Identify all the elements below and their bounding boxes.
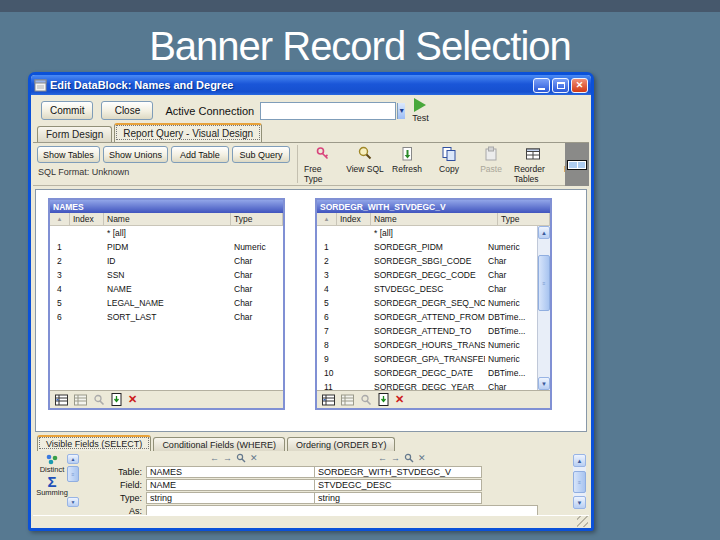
scroll-thumb[interactable]: ≡ <box>538 255 550 311</box>
app-window: Edit DataBlock: Names and Degree ✕ Commi… <box>28 72 594 531</box>
table-row[interactable]: * [all] <box>50 226 283 240</box>
table-row[interactable]: 1 SORDEGR_PIDM Numeric <box>317 240 537 254</box>
table-row[interactable]: 6 SORT_LAST Char <box>50 310 283 324</box>
type-cell-2[interactable]: string <box>314 492 482 504</box>
commit-button[interactable]: Commit <box>41 101 93 120</box>
table-row[interactable]: 2 ID Char <box>50 254 283 268</box>
table-row[interactable]: 5 LEGAL_NAME Char <box>50 296 283 310</box>
show-unions-button[interactable]: Show Unions <box>103 146 168 163</box>
tab-form-design[interactable]: Form Design <box>37 126 112 142</box>
column-header-type[interactable]: Type <box>231 213 283 225</box>
scroll-thumb[interactable]: ≡ <box>67 466 79 482</box>
active-connection-input[interactable] <box>261 103 397 119</box>
type-cell-1[interactable]: string <box>146 492 314 504</box>
refresh-fields-icon[interactable] <box>111 393 122 406</box>
scroll-up-icon[interactable]: ▲ <box>573 454 586 467</box>
table-row[interactable]: 4 STVDEGC_DESC Char <box>317 282 537 296</box>
paste-button[interactable]: Paste <box>470 146 512 174</box>
scroll-track[interactable]: ≡ <box>573 467 586 496</box>
copy-button[interactable]: Copy <box>428 146 470 174</box>
field-cell-2[interactable]: STVDEGC_DESC <box>314 479 482 491</box>
scroll-up-icon[interactable]: ▲ <box>538 226 550 239</box>
column-header-index[interactable]: Index <box>337 213 371 225</box>
resize-grip[interactable] <box>577 516 588 527</box>
active-connection-select[interactable]: ▼ <box>260 102 396 120</box>
lookup-icon[interactable] <box>236 453 246 463</box>
field-list-icon[interactable] <box>322 394 335 406</box>
minimize-button[interactable] <box>533 78 550 93</box>
table-row[interactable]: 9 SORDEGR_GPA_TRANSFER... Numeric <box>317 352 537 366</box>
free-type-button[interactable]: Free Type <box>302 146 344 184</box>
maximize-button[interactable] <box>552 78 569 93</box>
table-row[interactable]: 7 SORDEGR_ATTEND_TO DBTime... <box>317 324 537 338</box>
remove-field-icon[interactable]: ✕ <box>418 453 426 463</box>
scroll-down-icon[interactable]: ▼ <box>538 377 550 390</box>
sub-query-button[interactable]: Sub Query <box>232 146 290 163</box>
scroll-down-icon[interactable]: ▼ <box>67 497 79 507</box>
sort-icon[interactable]: ▴ <box>317 213 337 225</box>
field-list-icon[interactable] <box>55 394 68 406</box>
table-row[interactable]: 5 SORDEGR_DEGR_SEQ_NO Numeric <box>317 296 537 310</box>
tab-conditional-fields-where[interactable]: Conditional Fields (WHERE) <box>153 437 285 451</box>
sordegr-scrollbar[interactable]: ▲ ≡ ▼ <box>537 226 550 390</box>
remove-field-icon[interactable]: ✕ <box>250 453 258 463</box>
table-row[interactable]: 11 SORDEGR_DEGC_YEAR Char <box>317 380 537 390</box>
scroll-up-icon[interactable]: ▲ <box>67 454 79 464</box>
fields-right-scrollbar[interactable]: ▲ ≡ ▼ <box>573 454 586 509</box>
search-icon[interactable] <box>360 394 372 406</box>
scroll-track[interactable]: ≡ <box>538 239 550 377</box>
column-header-name[interactable]: Name <box>371 213 498 225</box>
move-left-icon[interactable]: ← <box>378 453 387 463</box>
delete-table-icon[interactable]: ✕ <box>128 394 137 405</box>
field-list-alt-icon[interactable] <box>74 394 87 406</box>
table-cell-2[interactable]: SORDEGR_WITH_STVDEGC_V <box>314 466 482 478</box>
table-row[interactable]: 6 SORDEGR_ATTEND_FROM DBTime... <box>317 310 537 324</box>
column-header-index[interactable]: Index <box>70 213 104 225</box>
tab-report-query-visual-design[interactable]: Report Query - Visual Design <box>114 123 262 142</box>
refresh-fields-icon[interactable] <box>378 393 389 406</box>
summing-button[interactable]: Σ Summing <box>36 475 68 497</box>
column-header-name[interactable]: Name <box>104 213 231 225</box>
table-row[interactable]: 1 PIDM Numeric <box>50 240 283 254</box>
distinct-button[interactable]: Distinct <box>40 454 65 474</box>
table-row[interactable]: * [all] <box>317 226 537 240</box>
add-table-button[interactable]: Add Table <box>171 146 229 163</box>
query-toolbar-left: Show Tables Show Unions Add Table Sub Qu… <box>33 143 293 185</box>
delete-table-icon[interactable]: ✕ <box>395 394 404 405</box>
field-list-alt-icon[interactable] <box>341 394 354 406</box>
table-row[interactable]: 10 SORDEGR_DEGC_DATE DBTime... <box>317 366 537 380</box>
table-row[interactable]: 8 SORDEGR_HOURS_TRANS... Numeric <box>317 338 537 352</box>
close-button[interactable]: ✕ <box>571 78 588 93</box>
reorder-tables-button[interactable]: Reorder Tables <box>512 146 554 184</box>
scroll-down-icon[interactable]: ▼ <box>573 496 586 509</box>
table-row[interactable]: 2 SORDEGR_SBGI_CODE Char <box>317 254 537 268</box>
tab-ordering-order-by[interactable]: Ordering (ORDER BY) <box>287 437 396 451</box>
tab-visible-fields-select[interactable]: Visible Fields (SELECT) <box>37 435 151 451</box>
sort-icon[interactable]: ▴ <box>50 213 70 225</box>
close-datablock-button[interactable]: Close <box>101 101 153 120</box>
test-button[interactable]: Test <box>412 98 429 123</box>
show-tables-button[interactable]: Show Tables <box>37 146 100 163</box>
table-row[interactable]: 3 SORDEGR_DEGC_CODE Char <box>317 268 537 282</box>
fields-left-scrollbar[interactable]: ▲ ≡ ▼ <box>67 454 79 507</box>
table-row[interactable]: 4 NAME Char <box>50 282 283 296</box>
window-titlebar[interactable]: Edit DataBlock: Names and Degree ✕ <box>31 75 591 95</box>
scroll-track[interactable]: ≡ <box>67 464 79 497</box>
view-sql-button[interactable]: View SQL <box>344 146 386 174</box>
table-cell-1[interactable]: NAMES <box>146 466 314 478</box>
lookup-icon[interactable] <box>404 453 414 463</box>
column-header-type[interactable]: Type <box>498 213 550 225</box>
sordegr-panel-titlebar[interactable]: SORDEGR_WITH_STVDEGC_V <box>317 200 550 213</box>
chevron-down-icon[interactable]: ▼ <box>397 103 405 119</box>
move-right-icon[interactable]: → <box>223 453 232 463</box>
scroll-thumb[interactable]: ≡ <box>573 471 586 493</box>
as-cell[interactable] <box>146 505 538 516</box>
move-left-icon[interactable]: ← <box>210 453 219 463</box>
search-icon[interactable] <box>93 394 105 406</box>
magnifier-icon <box>357 146 373 162</box>
names-panel-titlebar[interactable]: NAMES <box>50 200 283 213</box>
field-cell-1[interactable]: NAME <box>146 479 314 491</box>
refresh-button[interactable]: Refresh <box>386 146 428 174</box>
move-right-icon[interactable]: → <box>391 453 400 463</box>
table-row[interactable]: 3 SSN Char <box>50 268 283 282</box>
